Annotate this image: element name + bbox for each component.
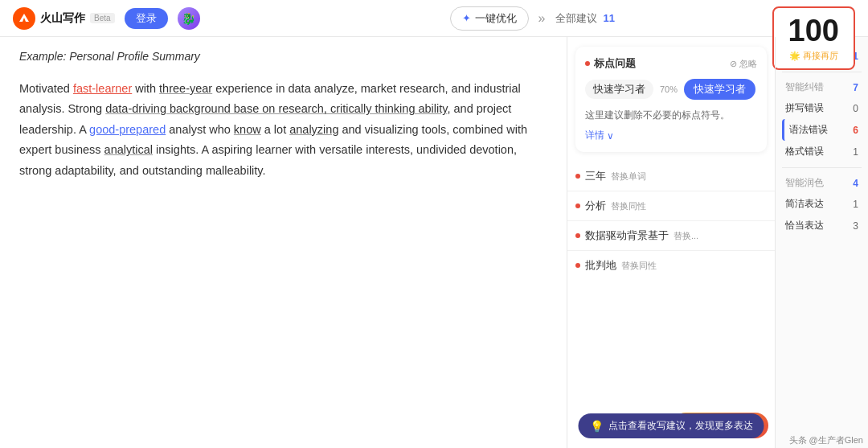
detail-button[interactable]: 详情 ∨ [585, 129, 757, 142]
suggestion-description: 这里建议删除不必要的标点符号。 [585, 108, 757, 122]
concise-label: 简洁表达 [785, 197, 824, 211]
word-replace-area: 快速学习者 70% 快速学习者 [585, 79, 757, 100]
main-layout: Example: Personal Profile Summary Motiva… [0, 37, 868, 448]
item-label: 批判地 [585, 258, 616, 273]
text-alot: a lot [261, 123, 289, 136]
suggestion-title: 标点问题 [585, 56, 636, 71]
middle-panel: 标点问题 ⊘ 忽略 快速学习者 70% 快速学习者 这里建议删除不必要的标点符号… [567, 37, 776, 448]
avatar: 🐉 [178, 7, 200, 30]
section-header-label: 智能纠错 [785, 80, 824, 94]
dot-icon [575, 203, 580, 208]
doc-title: Example: Personal Profile Summary [19, 50, 547, 63]
bulb-icon: 💡 [590, 420, 604, 433]
suggestions-label: 全部建议 [555, 11, 597, 26]
smart-correction-section: 智能纠错 7 拼写错误 0 语法错误 6 格式错误 1 [782, 77, 862, 162]
highlight-data-driving: data-driving background base on research… [105, 102, 447, 115]
highlight-fast-learner: fast-learner [73, 82, 132, 95]
polish-header-count: 4 [853, 178, 858, 189]
highlight-know: know [234, 123, 261, 136]
logo-area: 火山写作 Beta [13, 7, 115, 30]
word-original: 快速学习者 [585, 80, 653, 99]
grammar-row[interactable]: 语法错误 6 [782, 119, 862, 141]
text-motivated: Motivated [19, 82, 73, 95]
header-center: ✦ 一键优化 » 全部建议 11 [210, 6, 855, 31]
dot-icon [575, 263, 580, 268]
item-label: 三年 [585, 169, 606, 183]
divider [782, 72, 862, 72]
dot-red-icon [585, 61, 590, 66]
logo-text: 火山写作 [40, 11, 85, 26]
highlight-three-year: three-year [159, 82, 212, 95]
concise-count: 1 [853, 199, 858, 210]
section-header2: 智能润色 4 [782, 173, 862, 193]
list-item[interactable]: 三年 替换单词 [567, 162, 775, 191]
appropriate-label: 恰当表达 [785, 219, 824, 232]
suggestion-items-list: 三年 替换单词 分析 替换同性 数据驱动背景基于 替换... 批判地 替换同性 [567, 162, 775, 280]
word-score: 70% [660, 84, 678, 94]
highlight-analytical: analytical [104, 143, 153, 156]
score-box: 100 🌟 再接再厉 [772, 6, 855, 70]
section-header-count: 7 [853, 82, 858, 93]
svg-point-0 [13, 7, 35, 30]
item-label: 分析 [585, 199, 606, 213]
right-panel: 全部建议 11 智能纠错 7 拼写错误 0 语法错误 6 格式错误 1 [776, 37, 868, 448]
score-sub: 🌟 再接再厉 [788, 50, 839, 62]
score-sub-label: 再接再厉 [803, 50, 838, 62]
detail-label: 详情 [585, 129, 604, 142]
more-button[interactable]: » [535, 11, 549, 26]
login-button[interactable]: 登录 [125, 8, 168, 29]
list-item[interactable]: 数据驱动背景基于 替换... [567, 221, 775, 251]
text-with: with [132, 82, 159, 95]
suggestions-count: 11 [604, 12, 615, 24]
ignore-icon: ⊘ [730, 59, 737, 69]
divider2 [782, 167, 862, 168]
word-new-button[interactable]: 快速学习者 [684, 79, 755, 100]
polish-header-label: 智能润色 [785, 176, 824, 190]
header: 火山写作 Beta 登录 🐉 ✦ 一键优化 » 全部建议 11 [0, 0, 868, 37]
optimize-label: 一键优化 [475, 11, 517, 26]
text-analyst: analyst who [166, 123, 234, 136]
beta-badge: Beta [90, 13, 115, 23]
logo-icon [13, 7, 35, 30]
format-row[interactable]: 格式错误 1 [782, 141, 862, 162]
list-item[interactable]: 批判地 替换同性 [567, 251, 775, 280]
list-item[interactable]: 分析 替换同性 [567, 191, 775, 221]
format-count: 1 [853, 146, 858, 158]
suggestion-header: 标点问题 ⊘ 忽略 [585, 56, 757, 71]
spelling-row[interactable]: 拼写错误 0 [782, 97, 862, 119]
dot-icon [575, 174, 580, 179]
dot-icon [575, 233, 580, 238]
editor-area: Example: Personal Profile Summary Motiva… [0, 37, 567, 448]
ignore-label: 忽略 [739, 58, 757, 70]
score-number: 100 [788, 14, 839, 48]
bottom-tip: 💡 点击查看改写建议，发现更多表达 [579, 413, 764, 438]
appropriate-count: 3 [853, 220, 858, 232]
tip-text: 点击查看改写建议，发现更多表达 [608, 419, 753, 433]
watermark: 头条 @生产者Glen [789, 434, 863, 446]
suggestion-card: 标点问题 ⊘ 忽略 快速学习者 70% 快速学习者 这里建议删除不必要的标点符号… [575, 47, 767, 152]
section-header: 智能纠错 7 [782, 77, 862, 97]
doc-content: Motivated fast-learner with three-year e… [19, 79, 547, 181]
grammar-count: 6 [853, 125, 858, 136]
item-action: 替换单词 [611, 171, 646, 183]
optimize-button[interactable]: ✦ 一键优化 [450, 6, 529, 31]
format-label: 格式错误 [785, 145, 824, 158]
item-action: 替换同性 [611, 200, 646, 212]
spelling-count: 0 [853, 103, 858, 114]
appropriate-row[interactable]: 恰当表达 3 [782, 215, 862, 236]
highlight-analyzing: analyzing [289, 123, 338, 136]
concise-row[interactable]: 简洁表达 1 [782, 193, 862, 215]
item-action: 替换同性 [621, 260, 657, 272]
grammar-label: 语法错误 [789, 123, 828, 137]
detail-chevron-icon: ∨ [607, 130, 614, 142]
item-action: 替换... [674, 230, 698, 242]
smart-polish-section: 智能润色 4 简洁表达 1 恰当表达 3 [782, 173, 862, 236]
score-sub-icon: 🌟 [789, 51, 800, 61]
ignore-button[interactable]: ⊘ 忽略 [730, 58, 757, 70]
star-icon: ✦ [462, 12, 471, 24]
suggestion-card-title: 标点问题 [594, 56, 636, 71]
item-label: 数据驱动背景基于 [585, 228, 669, 243]
highlight-good-prepared: good-prepared [89, 123, 166, 136]
spelling-label: 拼写错误 [785, 101, 824, 115]
